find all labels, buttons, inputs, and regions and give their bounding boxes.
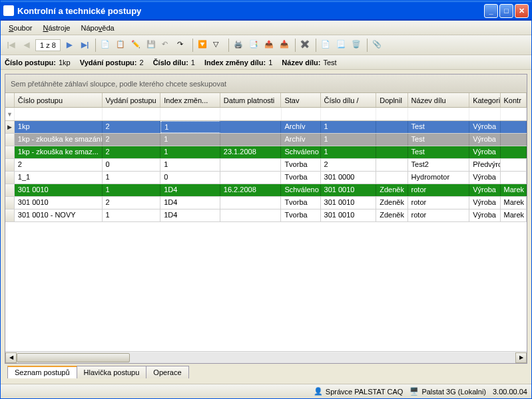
menu-nastroje[interactable]: Nástroje xyxy=(37,23,75,33)
table-cell[interactable]: Tvorba xyxy=(281,209,320,221)
copy-button[interactable]: 📑 xyxy=(247,38,262,53)
table-cell[interactable]: 301 0010 xyxy=(321,184,377,196)
column-header-kategorie[interactable]: Kategorie xyxy=(469,93,500,107)
table-cell[interactable]: 301 0010 xyxy=(321,209,377,221)
table-cell[interactable]: 1 xyxy=(160,159,220,171)
table-cell[interactable]: Zdeněk xyxy=(376,209,407,221)
minimize-button[interactable]: _ xyxy=(484,4,498,18)
table-cell[interactable]: 1 xyxy=(103,172,161,184)
table-cell[interactable]: 1 xyxy=(321,146,377,158)
table-cell[interactable]: 1 xyxy=(103,184,161,196)
table-cell[interactable] xyxy=(220,172,282,184)
filter-cell[interactable] xyxy=(501,108,527,120)
table-cell[interactable] xyxy=(220,197,282,209)
table-cell[interactable]: Výroba xyxy=(469,146,500,158)
first-page-button[interactable]: |◀ xyxy=(3,38,18,53)
table-cell[interactable]: 1 xyxy=(321,121,377,133)
column-header-kontr[interactable]: Kontr xyxy=(501,93,527,107)
table-cell[interactable]: 23.1.2008 xyxy=(220,146,282,158)
table-cell[interactable]: Tvorba xyxy=(281,159,320,171)
table-cell[interactable]: rotor xyxy=(408,197,470,209)
table-cell[interactable] xyxy=(376,121,407,133)
table-row[interactable]: 301 001011D416.2.2008Schváleno301 0010Zd… xyxy=(5,184,527,197)
table-cell[interactable]: 1_1 xyxy=(15,172,103,184)
table-cell[interactable]: Výroba xyxy=(469,209,500,221)
table-row[interactable]: ▶1kp21Archív1TestVýroba xyxy=(5,121,527,134)
column-header-cislo-dilu[interactable]: Číslo dílu / xyxy=(321,93,377,107)
table-cell[interactable]: Marek xyxy=(501,209,527,221)
table-row[interactable]: 301 0010 - NOVY11D4Tvorba301 0010Zdeněkr… xyxy=(5,209,527,222)
table-cell[interactable]: 1D4 xyxy=(160,184,220,196)
delete-button[interactable]: ✖️ xyxy=(298,38,313,53)
last-page-button[interactable]: ▶| xyxy=(78,38,93,53)
save-button[interactable]: 💾 xyxy=(144,38,159,53)
table-cell[interactable] xyxy=(501,172,527,184)
table-cell[interactable]: 1 xyxy=(160,134,220,146)
filter-clear-button[interactable]: ▽ xyxy=(211,38,226,53)
table-cell[interactable]: 2 xyxy=(103,197,161,209)
table-cell[interactable]: 1 xyxy=(160,121,220,133)
table-cell[interactable]: rotor xyxy=(408,184,470,196)
trash-button[interactable]: 🗑️ xyxy=(350,38,364,53)
table-cell[interactable]: 1kp xyxy=(15,121,103,133)
table-cell[interactable]: Test xyxy=(408,121,470,133)
menu-napoveda[interactable]: Nápověda xyxy=(75,23,119,33)
filter-cell[interactable] xyxy=(220,108,282,120)
table-cell[interactable]: 2 xyxy=(103,146,161,158)
table-cell[interactable] xyxy=(220,159,282,171)
column-header-stav[interactable]: Stav xyxy=(281,93,320,107)
scroll-right-button[interactable]: ▶ xyxy=(515,352,527,363)
filter-cell[interactable] xyxy=(15,108,103,120)
filter-cell[interactable] xyxy=(282,108,321,120)
export-button[interactable]: 📤 xyxy=(262,38,277,53)
scroll-thumb[interactable] xyxy=(17,353,130,362)
column-header-vydani-postupu[interactable]: Vydání postupu xyxy=(103,93,161,107)
table-cell[interactable]: Archív xyxy=(281,134,320,146)
duplicate-button[interactable]: 📋 xyxy=(114,38,129,53)
menu-soubor[interactable]: Soubor xyxy=(3,23,37,33)
tab-hlavicka-postupu[interactable]: Hlavička postupu xyxy=(77,366,147,378)
table-cell[interactable] xyxy=(220,121,282,133)
table-cell[interactable] xyxy=(220,209,282,221)
table-cell[interactable]: Test xyxy=(408,146,470,158)
table-cell[interactable]: Předvýroba xyxy=(469,159,500,171)
filter-cell[interactable] xyxy=(103,108,161,120)
table-cell[interactable]: Zdeněk xyxy=(376,184,407,196)
maximize-button[interactable]: □ xyxy=(499,4,513,18)
table-cell[interactable]: Tvorba xyxy=(281,197,320,209)
table-cell[interactable] xyxy=(376,146,407,158)
table-cell[interactable] xyxy=(376,134,407,146)
table-cell[interactable] xyxy=(376,172,407,184)
table-cell[interactable]: Schváleno xyxy=(281,184,320,196)
close-button[interactable]: ✕ xyxy=(515,4,529,18)
table-cell[interactable]: 1 xyxy=(160,146,220,158)
table-cell[interactable]: 2 xyxy=(15,159,103,171)
table-cell[interactable]: 301 0010 - NOVY xyxy=(15,209,103,221)
table-cell[interactable]: 1 xyxy=(321,134,377,146)
next-page-button[interactable]: ▶ xyxy=(62,38,77,53)
table-row[interactable]: 301 001021D4Tvorba301 0010ZdeněkrotorVýr… xyxy=(5,197,527,209)
print-button[interactable]: 🖨️ xyxy=(232,38,246,53)
column-header-index-zmen[interactable]: Index změn... xyxy=(160,93,220,107)
table-cell[interactable]: Výroba xyxy=(469,121,500,133)
table-cell[interactable]: 2 xyxy=(321,159,377,171)
table-cell[interactable]: 1kp - zkouška ke smazání xyxy=(15,134,103,146)
table-cell[interactable] xyxy=(501,121,527,133)
doc1-button[interactable]: 📄 xyxy=(319,38,334,53)
column-header-nazev-dilu[interactable]: Název dílu xyxy=(408,93,470,107)
filter-button[interactable]: 🔽 xyxy=(196,38,210,53)
table-cell[interactable]: 1D4 xyxy=(160,209,220,221)
filter-cell[interactable] xyxy=(321,108,377,120)
scroll-track[interactable] xyxy=(17,352,515,363)
table-cell[interactable]: Schváleno xyxy=(281,146,320,158)
table-cell[interactable]: 2 xyxy=(103,134,161,146)
table-row[interactable]: 1_110Tvorba301 0000HydromotorVýroba xyxy=(5,172,527,184)
filter-cell[interactable] xyxy=(469,108,500,120)
filter-cell[interactable] xyxy=(376,108,407,120)
table-cell[interactable]: 301 0010 xyxy=(15,197,103,209)
column-header-cislo-postupu[interactable]: Číslo postupu xyxy=(15,93,103,107)
prev-page-button[interactable]: ◀ xyxy=(19,38,34,53)
attachment-button[interactable]: 📎 xyxy=(370,38,385,53)
import-button[interactable]: 📥 xyxy=(278,38,292,53)
redo-button[interactable]: ↷ xyxy=(175,38,190,53)
